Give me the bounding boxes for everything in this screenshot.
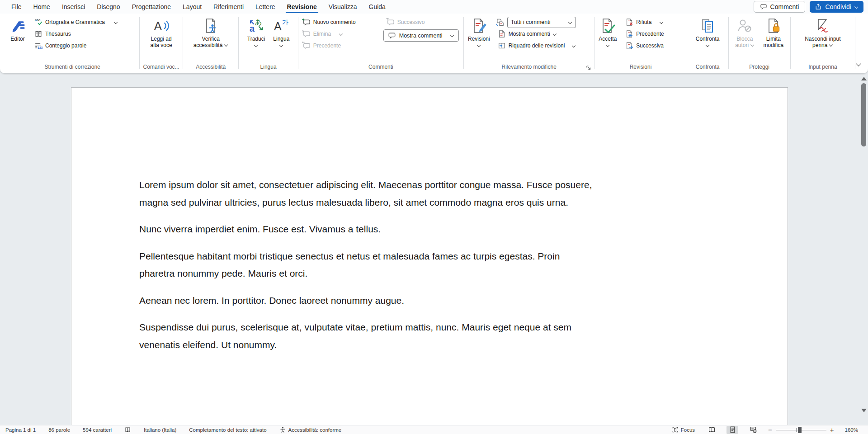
compare-button[interactable]: Confronta: [693, 16, 723, 47]
read-aloud-button[interactable]: A Leggi ad alta voce: [147, 16, 175, 48]
hide-ink-button[interactable]: Nascondi input penna: [802, 16, 844, 48]
word-count-button[interactable]: 123 Conteggio parole: [32, 40, 121, 52]
reviewing-pane-button[interactable]: Riquadro delle revisioni: [495, 40, 579, 52]
text-prediction-indicator[interactable]: Completamento del testo: attivato: [183, 425, 273, 434]
scrollbar-thumb[interactable]: [861, 83, 866, 146]
group-strumenti-di-correzione: Editor abc Ortografia e Grammatica Thesa…: [6, 14, 138, 73]
title-bar: File Home Inserisci Disegno Progettazion…: [0, 0, 868, 14]
comments-button[interactable]: Commenti: [754, 1, 806, 13]
word-count-indicator[interactable]: 86 parole: [42, 425, 76, 434]
chevron-down-icon[interactable]: [477, 43, 481, 47]
paragraph[interactable]: Nunc viverra imperdiet enim. Fusce est. …: [139, 221, 720, 238]
next-comment-button[interactable]: Successivo: [383, 16, 459, 28]
zoom-out-button[interactable]: −: [768, 426, 772, 433]
group-label: Proteggi: [730, 63, 789, 73]
group-separator: [687, 17, 687, 69]
group-rilevamento-modifiche: Revisioni Tutti i commenti Mostra commen…: [465, 14, 593, 73]
thesaurus-button[interactable]: Thesaurus: [32, 28, 121, 40]
tab-revisione[interactable]: Revisione: [281, 0, 323, 14]
page-indicator[interactable]: Pagina 1 di 1: [4, 425, 42, 434]
spelling-grammar-button[interactable]: abc Ortografia e Grammatica: [32, 16, 121, 28]
chevron-down-icon[interactable]: [829, 43, 833, 47]
block-authors-button[interactable]: Blocca autori: [732, 16, 757, 48]
translate-button[interactable]: あa Traduci: [244, 16, 269, 47]
chevron-down-icon[interactable]: [254, 43, 258, 47]
chevron-down-icon[interactable]: [279, 43, 283, 47]
new-comment-button[interactable]: Nuovo commento: [299, 16, 380, 28]
delete-comment-button[interactable]: Elimina: [299, 28, 380, 40]
web-layout-button[interactable]: [747, 426, 759, 434]
paragraph[interactable]: Pellentesque habitant morbi tristique se…: [139, 248, 720, 283]
reject-button[interactable]: Rifiuta: [623, 16, 666, 28]
chevron-down-icon[interactable]: [572, 44, 576, 48]
chevron-down-icon[interactable]: [553, 32, 557, 36]
character-count-indicator[interactable]: 594 caratteri: [76, 425, 118, 434]
tab-visualizza[interactable]: Visualizza: [323, 0, 363, 14]
paragraph[interactable]: Lorem ipsum dolor sit amet, consectetuer…: [139, 176, 720, 211]
chevron-down-icon[interactable]: [606, 43, 610, 47]
read-mode-button[interactable]: [706, 426, 717, 434]
show-markup-button[interactable]: Mostra commenti: [495, 28, 579, 40]
tab-layout[interactable]: Layout: [177, 0, 208, 14]
thesaurus-label: Thesaurus: [45, 31, 71, 37]
group-separator: [463, 17, 464, 69]
dialog-launcher-icon[interactable]: [586, 65, 591, 71]
display-for-review-combobox[interactable]: Tutti i commenti: [507, 17, 576, 28]
group-commenti: Nuovo commento Elimina Precedente Succes…: [299, 14, 462, 73]
editor-button[interactable]: Editor: [6, 16, 29, 42]
show-comments-button[interactable]: Mostra commenti: [383, 29, 459, 42]
zoom-slider[interactable]: [776, 427, 826, 433]
tab-disegno[interactable]: Disegno: [91, 0, 126, 14]
check-accessibility-button[interactable]: Verifica accessibilità: [190, 16, 231, 48]
chevron-down-icon[interactable]: [224, 43, 228, 47]
tab-lettere[interactable]: Lettere: [250, 0, 281, 14]
language-button[interactable]: A가 Lingua: [270, 16, 292, 47]
group-separator: [298, 17, 298, 69]
next-comment-label: Successivo: [397, 19, 425, 25]
zoom-slider-thumb[interactable]: [798, 427, 802, 433]
next-change-icon: [625, 42, 633, 50]
previous-change-button[interactable]: Precedente: [623, 28, 666, 40]
paragraph[interactable]: Aenean nec lorem. In porttitor. Donec la…: [139, 292, 720, 310]
chevron-down-icon[interactable]: [114, 20, 118, 24]
tab-guida[interactable]: Guida: [363, 0, 392, 14]
check-accessibility-label: Verifica accessibilità: [193, 36, 223, 48]
accept-button[interactable]: Accetta: [595, 16, 620, 47]
tab-home[interactable]: Home: [28, 0, 56, 14]
print-layout-button[interactable]: [726, 426, 738, 434]
accessibility-status[interactable]: Accessibilità: conforme: [273, 425, 348, 434]
chevron-down-icon: [856, 61, 862, 67]
chevron-down-icon[interactable]: [660, 20, 664, 24]
scroll-down-arrow[interactable]: [861, 409, 867, 412]
tab-file[interactable]: File: [5, 0, 28, 14]
chevron-down-icon[interactable]: [706, 43, 710, 47]
next-change-button[interactable]: Successiva: [623, 40, 666, 52]
focus-mode-button[interactable]: Focus: [670, 426, 701, 433]
scroll-up-arrow[interactable]: [861, 77, 867, 80]
document-page[interactable]: Lorem ipsum dolor sit amet, consectetuer…: [71, 87, 788, 425]
collapse-ribbon-button[interactable]: [856, 61, 862, 69]
tab-inserisci[interactable]: Inserisci: [56, 0, 91, 14]
language-indicator[interactable]: Italiano (Italia): [137, 425, 183, 434]
web-layout-icon: [750, 426, 757, 434]
reject-label: Rifiuta: [636, 19, 651, 25]
zoom-level-button[interactable]: 160%: [839, 427, 864, 433]
paragraph[interactable]: Suspendisse dui purus, scelerisque at, v…: [139, 319, 720, 354]
group-separator: [728, 17, 729, 69]
language-icon: A가: [273, 18, 289, 34]
group-label: Comandi voc...: [141, 63, 182, 73]
zoom-in-button[interactable]: +: [830, 426, 834, 433]
svg-text:A: A: [274, 20, 282, 33]
restrict-editing-button[interactable]: Limita modifica: [760, 16, 787, 48]
tab-progettazione[interactable]: Progettazione: [126, 0, 177, 14]
proofing-status[interactable]: [118, 425, 137, 434]
vertical-scrollbar[interactable]: [860, 73, 867, 425]
chevron-down-icon[interactable]: [450, 33, 454, 38]
group-label: Accessibilità: [184, 63, 237, 73]
accessibility-check-icon: [203, 18, 219, 34]
share-button[interactable]: Condividi: [810, 1, 863, 13]
share-button-label: Condividi: [825, 3, 851, 10]
track-changes-button[interactable]: Revisioni: [465, 16, 493, 47]
previous-comment-button[interactable]: Precedente: [299, 40, 380, 52]
tab-riferimenti[interactable]: Riferimenti: [208, 0, 250, 14]
